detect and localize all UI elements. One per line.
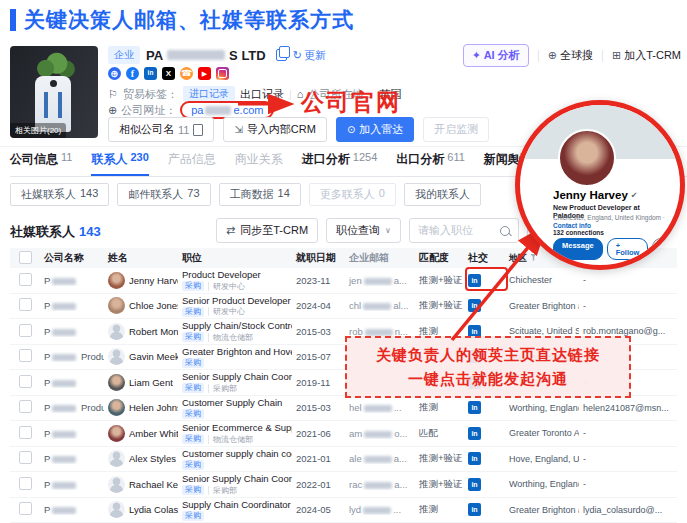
- column-header: 公司名称: [40, 251, 104, 265]
- cell-region: Greater Toronto Area: [505, 428, 579, 438]
- global-search-button[interactable]: ⊕全球搜: [548, 48, 593, 63]
- row-checkbox[interactable]: [19, 400, 32, 413]
- row-checkbox[interactable]: [19, 298, 32, 311]
- linkedin-icon[interactable]: in: [144, 67, 157, 80]
- column-header: 职位: [178, 251, 292, 265]
- tab-2-产品信息[interactable]: 产品信息: [168, 151, 216, 176]
- linkedin-icon[interactable]: in: [468, 401, 481, 414]
- radar-icon: ⊙: [347, 124, 355, 135]
- table-row[interactable]: P Produc... Helen Johnstone Customer Sup…: [10, 396, 677, 422]
- linkedin-icon[interactable]: in: [468, 503, 481, 516]
- chip-3-更多联系人[interactable]: 更多联系人0: [309, 183, 396, 206]
- row-checkbox[interactable]: [19, 451, 32, 464]
- cell-hire-date: 2021-01: [292, 453, 345, 464]
- page-icon: [193, 124, 203, 136]
- row-checkbox[interactable]: [19, 426, 32, 439]
- select-all-checkbox[interactable]: [19, 251, 32, 264]
- redacted-email: [364, 405, 392, 412]
- cell-position: Customer supply chain coordinator 采购: [178, 448, 292, 470]
- tab-3-商业关系[interactable]: 商业关系: [235, 151, 283, 176]
- x-icon[interactable]: X: [162, 67, 175, 80]
- website-label: 公司网址：: [121, 103, 176, 118]
- cell-position: Senior Ecommerce & Supply Cha... 采购物流仓储部: [178, 422, 292, 444]
- cell-region: Scituate, United St...: [505, 326, 579, 336]
- company-photo[interactable]: 相关图片(20): [10, 46, 98, 138]
- linkedin-icon[interactable]: in: [468, 427, 481, 440]
- cell-email: chlal...: [345, 300, 415, 311]
- website-icon[interactable]: ⊕: [108, 67, 121, 80]
- cell-match: 推测: [415, 503, 464, 516]
- cell-region: Hove, England, Uni...: [505, 454, 579, 464]
- linkedin-icon[interactable]: in: [468, 299, 481, 312]
- join-tcrm-button[interactable]: ⊞加入T-CRM: [612, 48, 681, 63]
- cell-extra-email: -: [579, 479, 677, 489]
- table-row[interactable]: P Jenny Harvey Product Developer 采购研发中心 …: [10, 268, 677, 294]
- avatar: [108, 272, 125, 289]
- tab-5-出口分析[interactable]: 出口分析611: [396, 151, 465, 176]
- import-record-tag[interactable]: 进口记录: [183, 86, 235, 102]
- chip-1-邮件联系人[interactable]: 邮件联系人73: [117, 183, 210, 206]
- row-checkbox[interactable]: [19, 375, 32, 388]
- cell-company: P: [40, 377, 104, 388]
- row-checkbox[interactable]: [19, 324, 32, 337]
- cell-company: P Produc...: [40, 402, 104, 413]
- message-button[interactable]: Message: [553, 238, 603, 260]
- refresh-button[interactable]: ↻ 更新: [293, 48, 326, 63]
- linkedin-profile-card: Jenny Harvey✔ New Product Developer at P…: [515, 100, 685, 270]
- cell-name: Gavin Meeks: [104, 348, 178, 365]
- contact-info-link[interactable]: Contact info: [553, 222, 591, 229]
- row-checkbox[interactable]: [19, 349, 32, 362]
- facebook-icon[interactable]: f: [126, 67, 139, 80]
- column-header: 姓名: [104, 251, 178, 265]
- copy-icon[interactable]: [276, 49, 287, 61]
- row-checkbox[interactable]: [19, 273, 32, 286]
- cell-hire-date: 2015-03: [292, 402, 345, 413]
- similar-company-button[interactable]: 相似公司名11: [108, 117, 214, 142]
- follow-button[interactable]: + Follow: [607, 238, 649, 260]
- tab-1-联系人[interactable]: 联系人230: [91, 151, 148, 176]
- avatar: [108, 348, 125, 365]
- dept-tag: 采购部: [208, 486, 237, 495]
- cell-match: 推测+验证: [415, 299, 464, 312]
- tab-0-公司信息[interactable]: 公司信息11: [10, 151, 72, 176]
- filter-icon[interactable]: [530, 254, 537, 261]
- phone-icon[interactable]: ☎: [180, 67, 193, 80]
- add-radar-button[interactable]: ⊙加入雷达: [336, 117, 414, 142]
- sync-tcrm-button[interactable]: ⇄同步至T-CRM: [216, 218, 318, 243]
- table-row[interactable]: P Rachael Kelly Senior Supply Chain Coor…: [10, 472, 677, 498]
- table-row[interactable]: P Chloe Jones Senior Product Developer 采…: [10, 294, 677, 320]
- company-action-buttons: 相似公司名11 ⇲导入内部CRM ⊙加入雷达 开启监测: [108, 117, 489, 142]
- row-checkbox[interactable]: [19, 502, 32, 515]
- section-title: 社媒联系人143: [10, 223, 101, 241]
- export-record-tag[interactable]: 出口记录: [240, 87, 284, 102]
- youtube-icon[interactable]: ▶: [198, 67, 211, 80]
- cell-hire-date: 2021-06: [292, 428, 345, 439]
- redacted-company: [52, 482, 76, 489]
- dept-tag: 物流仓储部: [208, 435, 253, 444]
- row-checkbox[interactable]: [19, 477, 32, 490]
- redacted-email: [364, 482, 392, 489]
- cell-email: alea...: [345, 453, 415, 464]
- linkedin-icon[interactable]: in: [468, 478, 481, 491]
- avatar: [108, 425, 125, 442]
- chip-0-社媒联系人[interactable]: 社媒联系人143: [10, 183, 109, 206]
- linkedin-icon[interactable]: in: [468, 452, 481, 465]
- table-row[interactable]: P Lydia Colasurdo Supply Chain Coordinat…: [10, 498, 677, 523]
- chip-4-我的联系人[interactable]: 我的联系人: [404, 183, 481, 206]
- photo-droid-eye: [50, 80, 57, 87]
- import-crm-button[interactable]: ⇲导入内部CRM: [223, 117, 326, 142]
- annotation-line1: 关键负责人的领英主页直达链接: [376, 343, 600, 367]
- table-row[interactable]: P Amber Whitty Senior Ecommerce & Supply…: [10, 421, 677, 447]
- cell-social: in: [464, 503, 505, 516]
- avatar: [108, 399, 125, 416]
- website-callout-annotation: 公司官网: [301, 87, 401, 118]
- job-query-select[interactable]: 职位查询∨: [326, 218, 401, 243]
- chip-2-工商数据[interactable]: 工商数据14: [219, 183, 301, 206]
- monitor-button[interactable]: 开启监测: [423, 117, 489, 142]
- table-row[interactable]: P Alex Styles Customer supply chain coor…: [10, 447, 677, 473]
- ai-analysis-button[interactable]: ✦ AI 分析: [463, 44, 529, 67]
- instagram-icon[interactable]: [216, 67, 229, 80]
- dept-tag: 采购部: [208, 384, 237, 393]
- tab-4-进口分析[interactable]: 进口分析1254: [302, 151, 377, 176]
- job-search-input[interactable]: 请输入职位: [409, 218, 519, 243]
